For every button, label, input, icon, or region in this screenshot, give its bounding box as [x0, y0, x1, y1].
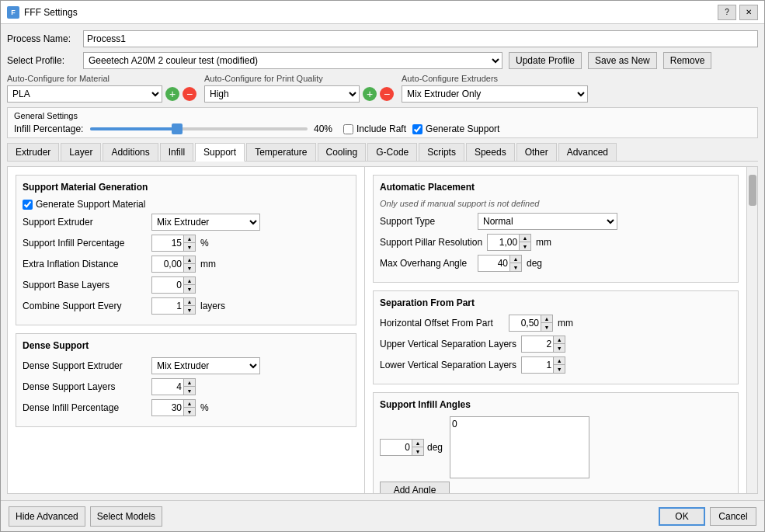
combine-input[interactable] [152, 298, 183, 314]
angle-down[interactable]: ▼ [412, 447, 423, 455]
overhang-row: Max Overhang Angle ▲ ▼ deg [380, 255, 732, 272]
horiz-offset-row: Horizontal Offset From Part ▲ ▼ mm [380, 315, 732, 332]
base-layers-input[interactable] [152, 277, 183, 293]
generate-support-material-checkbox[interactable] [23, 200, 33, 210]
angle-up[interactable]: ▲ [412, 440, 423, 447]
overhang-input[interactable] [478, 256, 509, 271]
angle-input[interactable] [381, 440, 412, 455]
add-angle-button[interactable]: Add Angle [380, 482, 450, 493]
tab-layer[interactable]: Layer [61, 143, 101, 161]
pillar-down[interactable]: ▼ [520, 242, 530, 250]
tab-gcode[interactable]: G-Code [367, 143, 417, 161]
close-button[interactable]: ✕ [739, 5, 758, 20]
tab-speeds[interactable]: Speeds [466, 143, 515, 161]
update-profile-button[interactable]: Update Profile [509, 52, 582, 69]
process-name-input[interactable] [83, 30, 758, 47]
tab-scripts[interactable]: Scripts [419, 143, 464, 161]
combine-up[interactable]: ▲ [184, 298, 195, 306]
combine-down[interactable]: ▼ [184, 306, 195, 314]
dense-infill-input[interactable] [152, 400, 183, 416]
support-material-title: Support Material Generation [23, 182, 349, 193]
overhang-up[interactable]: ▲ [510, 256, 521, 263]
support-material-section: Support Material Generation Generate Sup… [16, 175, 356, 325]
horiz-up[interactable]: ▲ [541, 315, 552, 323]
upper-sep-down[interactable]: ▼ [554, 344, 565, 352]
base-layers-up[interactable]: ▲ [184, 277, 195, 285]
select-profile-label: Select Profile: [7, 55, 77, 66]
inflation-label: Extra Inflation Distance [23, 259, 147, 269]
tab-cooling[interactable]: Cooling [318, 143, 367, 161]
horiz-offset-label: Horizontal Offset From Part [380, 318, 504, 329]
dense-layers-down[interactable]: ▼ [184, 387, 195, 395]
overhang-label: Max Overhang Angle [380, 258, 473, 269]
select-models-button[interactable]: Select Models [90, 506, 162, 527]
inflation-down[interactable]: ▼ [184, 264, 195, 272]
lower-sep-input[interactable] [522, 357, 553, 373]
support-infill-spinner-btns: ▲ ▼ [183, 235, 195, 251]
tab-extruder[interactable]: Extruder [7, 143, 59, 161]
inflation-input[interactable] [152, 256, 183, 272]
dense-infill-up[interactable]: ▲ [184, 400, 195, 408]
overhang-spinner: ▲ ▼ [478, 255, 522, 272]
support-infill-down[interactable]: ▼ [184, 243, 195, 251]
inflation-up[interactable]: ▲ [184, 256, 195, 264]
remove-quality-button[interactable]: − [380, 87, 394, 101]
tab-temperature[interactable]: Temperature [246, 143, 315, 161]
dense-infill-down[interactable]: ▼ [184, 408, 195, 416]
auto-config-quality-label: Auto-Configure for Print Quality [204, 74, 394, 83]
horiz-input[interactable] [509, 315, 541, 331]
ok-button[interactable]: OK [659, 507, 705, 526]
dense-support-title: Dense Support [23, 340, 349, 351]
support-type-select[interactable]: Normal [478, 213, 617, 230]
dense-layers-up[interactable]: ▲ [184, 379, 195, 387]
upper-sep-up[interactable]: ▲ [554, 336, 565, 344]
auto-config-extruders: Auto-Configure Extruders Mix Extruder On… [402, 74, 588, 103]
tab-other[interactable]: Other [516, 143, 557, 161]
add-material-button[interactable]: + [165, 87, 179, 101]
tab-support[interactable]: Support [195, 143, 245, 162]
save-as-new-button[interactable]: Save as New [588, 52, 657, 69]
help-button[interactable]: ? [718, 5, 736, 20]
overhang-down[interactable]: ▼ [510, 263, 521, 271]
remove-material-button[interactable]: − [183, 87, 196, 101]
main-panel: Support Material Generation Generate Sup… [7, 166, 758, 494]
auto-config-material-label: Auto-Configure for Material [7, 74, 196, 83]
combine-spinner-btns: ▲ ▼ [183, 298, 195, 314]
auto-config-quality-inner: High + − [204, 85, 394, 103]
dense-extruder-row: Dense Support Extruder Mix Extruder [23, 357, 349, 374]
include-raft-checkbox[interactable] [343, 124, 353, 134]
inflation-unit: mm [200, 259, 220, 269]
support-extruder-select[interactable]: Mix Extruder [151, 214, 260, 231]
tab-additions[interactable]: Additions [103, 143, 158, 161]
scroll-thumb[interactable] [749, 175, 756, 206]
pillar-input[interactable] [488, 235, 519, 250]
dense-extruder-select[interactable]: Mix Extruder [151, 357, 260, 374]
angles-list[interactable]: 0 [450, 416, 589, 478]
generate-support-checkbox[interactable] [412, 124, 422, 134]
dense-infill-unit: % [200, 402, 220, 413]
lower-sep-down[interactable]: ▼ [554, 365, 565, 373]
horiz-down[interactable]: ▼ [541, 323, 552, 331]
extruders-select[interactable]: Mix Extruder Only [402, 85, 588, 103]
base-layers-down[interactable]: ▼ [184, 285, 195, 293]
dense-layers-input[interactable] [152, 379, 183, 395]
support-infill-input[interactable] [152, 235, 183, 251]
remove-button[interactable]: Remove [663, 52, 712, 69]
support-type-row: Support Type Normal [380, 213, 732, 230]
add-quality-button[interactable]: + [363, 87, 377, 101]
cancel-button[interactable]: Cancel [710, 507, 756, 526]
hide-advanced-button[interactable]: Hide Advanced [9, 506, 85, 527]
profile-select[interactable]: Geeetech A20M 2 couleur test (modified) [83, 52, 502, 69]
support-infill-up[interactable]: ▲ [184, 235, 195, 243]
infill-label: Infill Percentage: [14, 123, 84, 134]
quality-select[interactable]: High [204, 85, 360, 103]
general-settings-title: General Settings [14, 111, 751, 120]
material-select[interactable]: PLA [7, 85, 162, 103]
tab-infill[interactable]: Infill [160, 143, 193, 161]
upper-sep-input[interactable] [522, 336, 553, 352]
tab-advanced[interactable]: Advanced [558, 143, 617, 161]
scrollbar[interactable] [746, 167, 757, 493]
lower-sep-up[interactable]: ▲ [554, 357, 565, 365]
pillar-up[interactable]: ▲ [520, 235, 530, 242]
infill-slider[interactable] [90, 127, 308, 130]
